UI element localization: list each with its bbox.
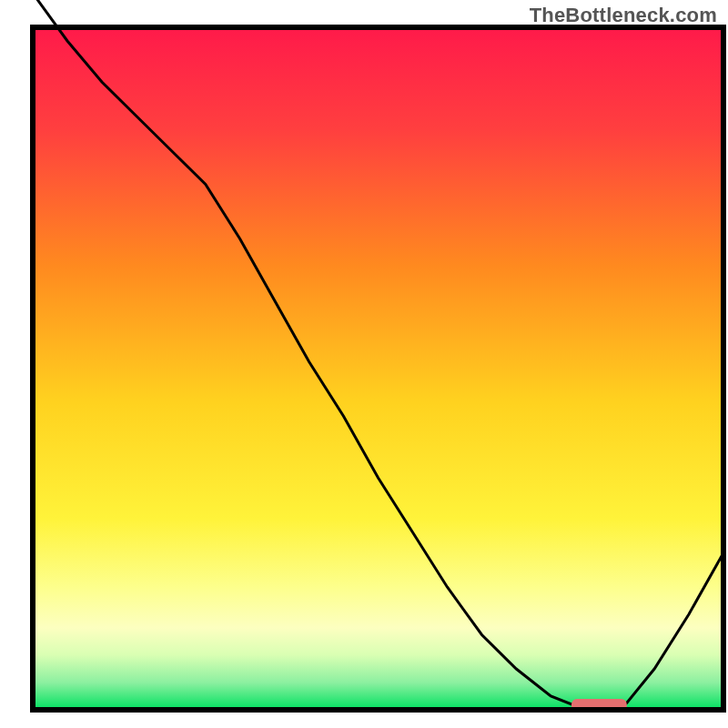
chart-container: TheBottleneck.com [0, 0, 728, 728]
gradient-background [33, 27, 723, 710]
bottleneck-chart [0, 0, 728, 728]
plot-area [33, 0, 723, 712]
watermark-text: TheBottleneck.com [530, 4, 717, 27]
